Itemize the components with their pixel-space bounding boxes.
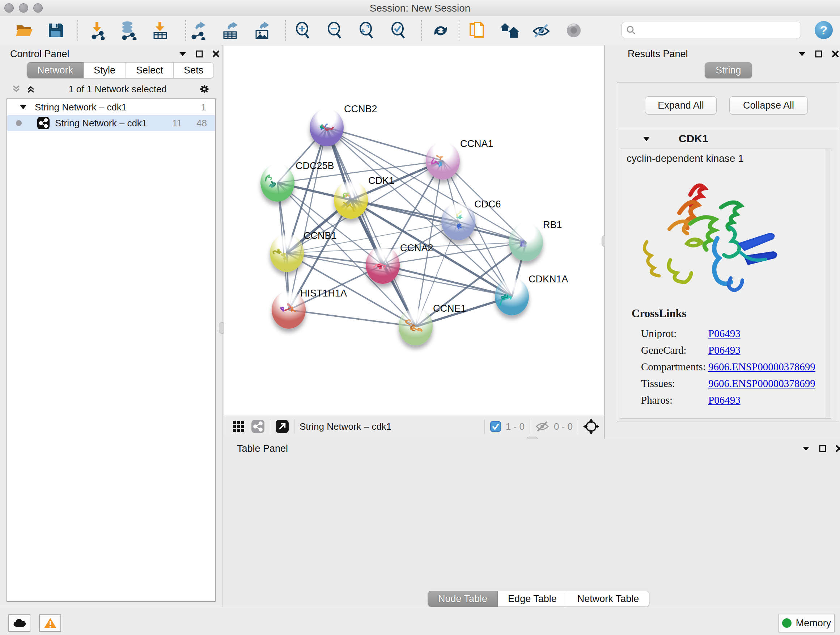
hidden-eye-icon[interactable] — [535, 420, 549, 432]
save-session-button[interactable] — [46, 21, 66, 40]
memory-label: Memory — [796, 618, 831, 629]
network-node-cdc6[interactable] — [441, 203, 475, 241]
results-scrollbar[interactable] — [825, 149, 830, 417]
network-label: String Network – cdk1 — [55, 118, 147, 129]
grid-view-icon[interactable] — [232, 420, 245, 432]
show-all-button[interactable] — [564, 21, 584, 40]
export-table-icon — [221, 21, 240, 40]
network-node-rb1[interactable] — [509, 223, 543, 261]
node-label-cdc25b: CDC25B — [295, 160, 334, 172]
network-node-cdk1[interactable] — [334, 181, 368, 219]
warnings-button[interactable] — [39, 614, 61, 632]
zoom-selected-button[interactable] — [388, 21, 409, 40]
network-selection-summary: 1 of 1 Network selected — [35, 84, 200, 95]
zoom-fit-button[interactable] — [357, 21, 377, 40]
collection-expand-icon[interactable] — [19, 104, 27, 110]
network-node-ccne1[interactable] — [399, 308, 433, 345]
tab-node-table[interactable]: Node Table — [428, 591, 498, 607]
network-row[interactable]: String Network – cdk1 11 48 — [7, 115, 215, 131]
home-view-button[interactable] — [500, 21, 520, 40]
help-button[interactable]: ? — [815, 21, 833, 39]
detach-view-icon[interactable] — [275, 420, 289, 433]
tab-sets[interactable]: Sets — [174, 62, 214, 78]
network-status-dot — [16, 120, 22, 126]
gene-details: cyclin-dependent kinase 1 — [620, 148, 831, 418]
crosslink-row: GeneCard:P06493 — [641, 342, 829, 358]
export-table-button[interactable] — [220, 21, 240, 40]
table-close-icon[interactable] — [835, 444, 840, 453]
database-icon — [118, 21, 137, 40]
expand-all-networks-icon[interactable] — [26, 84, 35, 94]
open-session-button[interactable] — [14, 21, 35, 40]
zoom-in-button[interactable] — [293, 21, 313, 40]
panel-float-icon[interactable] — [195, 49, 204, 59]
expand-all-button[interactable]: Expand All — [645, 96, 717, 114]
table-menu-icon[interactable] — [801, 444, 811, 453]
panel-menu-icon[interactable] — [178, 49, 187, 59]
network-collection-row[interactable]: String Network – cdk1 1 — [7, 99, 215, 115]
tab-style[interactable]: Style — [84, 62, 126, 78]
network-edge[interactable] — [327, 127, 443, 161]
network-canvas[interactable]: CCNB2CCNA1CDC25BCDK1CDC6RB1CCNB1CCNA2CDK… — [224, 46, 605, 416]
node-label-ccna1: CCNA1 — [460, 138, 493, 149]
cloud-button[interactable] — [8, 614, 30, 632]
node-label-hist1h1a: HIST1H1A — [300, 288, 347, 299]
selected-checkbox-icon[interactable] — [490, 421, 501, 432]
crosslink-link[interactable]: 9606.ENSP00000378699 — [708, 361, 815, 373]
memory-button[interactable]: Memory — [778, 614, 835, 632]
refresh-icon — [431, 21, 450, 40]
crosslinks-list: Uniprot:P06493GeneCard:P06493Compartment… — [641, 325, 829, 409]
node-gloss — [264, 165, 290, 184]
tab-network-table[interactable]: Network Table — [567, 591, 650, 607]
zoom-out-button[interactable] — [325, 21, 345, 40]
gene-header-row[interactable]: CDK1 — [617, 129, 839, 148]
results-menu-icon[interactable] — [797, 49, 807, 59]
crosslink-label: Compartments: — [641, 361, 708, 373]
collapse-all-button[interactable]: Collapse All — [729, 96, 808, 114]
table-float-icon[interactable] — [818, 444, 827, 453]
export-image-button[interactable] — [253, 21, 273, 40]
tab-select[interactable]: Select — [126, 62, 174, 78]
gene-collapse-icon[interactable] — [643, 136, 651, 142]
search-box — [622, 22, 801, 38]
network-edge[interactable] — [289, 127, 327, 310]
network-edge-count: 48 — [196, 118, 207, 129]
tab-network[interactable]: Network — [27, 62, 84, 78]
node-gloss — [274, 236, 300, 254]
crosslink-link[interactable]: P06493 — [708, 344, 741, 356]
collapse-all-networks-icon[interactable] — [11, 84, 21, 94]
import-network-from-database-button[interactable] — [118, 21, 138, 40]
network-node-ccna2[interactable] — [366, 246, 400, 284]
network-node-cdc25b[interactable] — [261, 164, 294, 202]
panel-close-icon[interactable] — [211, 49, 221, 59]
network-options-gear-icon[interactable] — [200, 84, 209, 94]
crosslink-link[interactable]: P06493 — [708, 328, 741, 340]
network-edges — [224, 46, 605, 416]
hide-selected-button[interactable] — [531, 21, 551, 40]
node-gloss — [370, 248, 395, 266]
results-close-icon[interactable] — [831, 49, 840, 59]
import-table-button[interactable] — [150, 21, 171, 40]
network-edge[interactable] — [289, 310, 416, 326]
duplicate-network-button[interactable] — [467, 21, 488, 40]
tab-edge-table[interactable]: Edge Table — [498, 591, 567, 607]
crosslink-link[interactable]: P06493 — [708, 394, 741, 406]
title-bar: Session: New Session — [0, 0, 840, 16]
tab-string[interactable]: String — [705, 62, 752, 78]
network-node-ccnb2[interactable] — [309, 109, 344, 146]
import-network-button[interactable] — [88, 21, 108, 40]
search-input[interactable] — [638, 23, 801, 37]
network-node-cdkn1a[interactable] — [495, 278, 529, 315]
crosslink-link[interactable]: 9606.ENSP00000378699 — [708, 378, 815, 390]
node-label-ccnb1: CCNB1 — [303, 230, 337, 241]
birds-eye-navigator-icon[interactable] — [583, 418, 599, 434]
export-network-button[interactable] — [188, 21, 208, 40]
zoom-fit-icon — [358, 21, 376, 40]
network-node-ccna1[interactable] — [426, 142, 460, 180]
table-panel-tabs: Node TableEdge TableNetwork Table — [428, 591, 649, 607]
network-node-ccnb1[interactable] — [270, 234, 304, 272]
apply-layout-button[interactable] — [431, 21, 451, 40]
node-gloss — [338, 182, 363, 201]
results-float-icon[interactable] — [814, 49, 823, 59]
network-view-icon[interactable] — [251, 420, 265, 433]
